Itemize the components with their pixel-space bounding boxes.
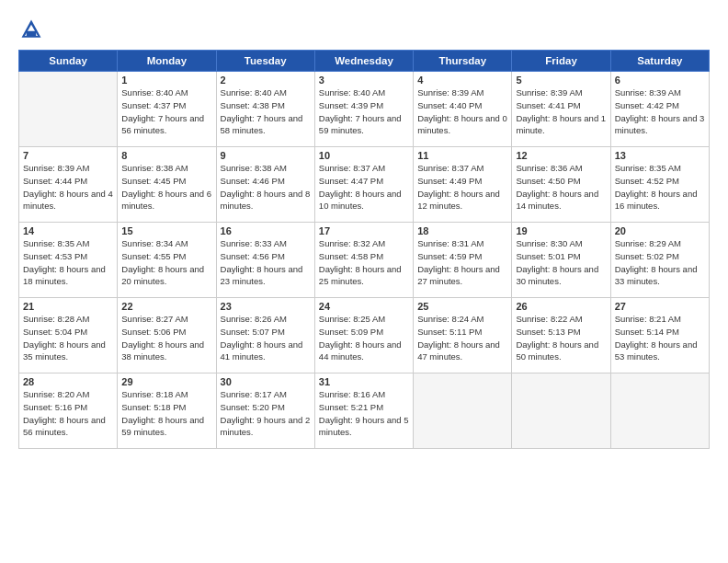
header-cell: Saturday <box>610 51 709 72</box>
header-cell: Sunday <box>19 51 118 72</box>
day-number: 8 <box>121 150 211 161</box>
calendar-cell: 28Sunrise: 8:20 AM Sunset: 5:16 PM Dayli… <box>19 373 118 449</box>
calendar-cell: 5Sunrise: 8:39 AM Sunset: 4:41 PM Daylig… <box>512 72 610 147</box>
day-info: Sunrise: 8:40 AM Sunset: 4:38 PM Dayligh… <box>221 86 311 137</box>
day-number: 13 <box>615 150 705 161</box>
calendar-cell: 27Sunrise: 8:21 AM Sunset: 5:14 PM Dayli… <box>610 298 709 373</box>
header-cell: Friday <box>512 51 610 72</box>
day-info: Sunrise: 8:35 AM Sunset: 4:52 PM Dayligh… <box>615 162 705 213</box>
header-row: SundayMondayTuesdayWednesdayThursdayFrid… <box>19 51 710 72</box>
calendar-cell: 11Sunrise: 8:37 AM Sunset: 4:49 PM Dayli… <box>414 147 512 223</box>
page: SundayMondayTuesdayWednesdayThursdayFrid… <box>0 0 728 563</box>
day-info: Sunrise: 8:31 AM Sunset: 4:59 PM Dayligh… <box>417 237 507 288</box>
day-number: 5 <box>516 75 606 86</box>
day-number: 23 <box>221 301 311 312</box>
day-number: 29 <box>121 376 211 387</box>
calendar-cell: 21Sunrise: 8:28 AM Sunset: 5:04 PM Dayli… <box>19 298 118 373</box>
day-number: 4 <box>417 75 507 86</box>
day-info: Sunrise: 8:40 AM Sunset: 4:37 PM Dayligh… <box>121 86 211 137</box>
day-number: 1 <box>121 75 211 86</box>
day-number: 31 <box>319 376 409 387</box>
day-number: 27 <box>615 301 705 312</box>
day-info: Sunrise: 8:17 AM Sunset: 5:20 PM Dayligh… <box>221 388 311 439</box>
calendar-cell: 31Sunrise: 8:16 AM Sunset: 5:21 PM Dayli… <box>314 373 413 449</box>
calendar-week-row: 28Sunrise: 8:20 AM Sunset: 5:16 PM Dayli… <box>19 373 710 449</box>
calendar-cell: 12Sunrise: 8:36 AM Sunset: 4:50 PM Dayli… <box>512 147 610 223</box>
day-number: 3 <box>319 75 409 86</box>
calendar-cell: 25Sunrise: 8:24 AM Sunset: 5:11 PM Dayli… <box>414 298 512 373</box>
day-info: Sunrise: 8:30 AM Sunset: 5:01 PM Dayligh… <box>516 237 606 288</box>
logo <box>18 17 48 42</box>
day-info: Sunrise: 8:38 AM Sunset: 4:45 PM Dayligh… <box>121 162 211 213</box>
day-info: Sunrise: 8:18 AM Sunset: 5:18 PM Dayligh… <box>121 388 211 439</box>
day-info: Sunrise: 8:25 AM Sunset: 5:09 PM Dayligh… <box>319 313 409 363</box>
day-number: 9 <box>221 150 311 161</box>
header <box>18 17 710 42</box>
day-number: 25 <box>417 301 507 312</box>
calendar-week-row: 7Sunrise: 8:39 AM Sunset: 4:44 PM Daylig… <box>19 147 710 223</box>
day-number: 22 <box>121 301 211 312</box>
calendar-cell: 26Sunrise: 8:22 AM Sunset: 5:13 PM Dayli… <box>512 298 610 373</box>
calendar-cell: 17Sunrise: 8:32 AM Sunset: 4:58 PM Dayli… <box>314 223 413 298</box>
day-info: Sunrise: 8:28 AM Sunset: 5:04 PM Dayligh… <box>23 313 113 363</box>
calendar-cell <box>414 373 512 449</box>
day-info: Sunrise: 8:37 AM Sunset: 4:47 PM Dayligh… <box>319 162 409 213</box>
day-number: 26 <box>516 301 606 312</box>
calendar-cell: 2Sunrise: 8:40 AM Sunset: 4:38 PM Daylig… <box>216 72 314 147</box>
day-number: 18 <box>417 225 507 236</box>
day-info: Sunrise: 8:35 AM Sunset: 4:53 PM Dayligh… <box>23 237 113 288</box>
logo-icon <box>18 17 44 42</box>
calendar-cell: 16Sunrise: 8:33 AM Sunset: 4:56 PM Dayli… <box>216 223 314 298</box>
day-number: 30 <box>221 376 311 387</box>
day-info: Sunrise: 8:27 AM Sunset: 5:06 PM Dayligh… <box>121 313 211 363</box>
day-number: 7 <box>23 150 113 161</box>
day-number: 11 <box>417 150 507 161</box>
calendar-cell <box>610 373 709 449</box>
day-number: 24 <box>319 301 409 312</box>
day-info: Sunrise: 8:32 AM Sunset: 4:58 PM Dayligh… <box>319 237 409 288</box>
day-number: 6 <box>615 75 705 86</box>
calendar-week-row: 14Sunrise: 8:35 AM Sunset: 4:53 PM Dayli… <box>19 223 710 298</box>
calendar-cell: 24Sunrise: 8:25 AM Sunset: 5:09 PM Dayli… <box>314 298 413 373</box>
day-info: Sunrise: 8:37 AM Sunset: 4:49 PM Dayligh… <box>417 162 507 213</box>
day-number: 16 <box>221 225 311 236</box>
calendar-cell <box>512 373 610 449</box>
calendar-cell: 20Sunrise: 8:29 AM Sunset: 5:02 PM Dayli… <box>610 223 709 298</box>
day-number: 2 <box>221 75 311 86</box>
calendar-cell: 1Sunrise: 8:40 AM Sunset: 4:37 PM Daylig… <box>118 72 216 147</box>
day-info: Sunrise: 8:36 AM Sunset: 4:50 PM Dayligh… <box>516 162 606 213</box>
header-cell: Wednesday <box>314 51 413 72</box>
calendar-cell <box>19 72 118 147</box>
calendar-cell: 9Sunrise: 8:38 AM Sunset: 4:46 PM Daylig… <box>216 147 314 223</box>
day-number: 15 <box>121 225 211 236</box>
day-info: Sunrise: 8:39 AM Sunset: 4:41 PM Dayligh… <box>516 86 606 137</box>
day-number: 19 <box>516 225 606 236</box>
header-cell: Thursday <box>414 51 512 72</box>
day-info: Sunrise: 8:24 AM Sunset: 5:11 PM Dayligh… <box>417 313 507 363</box>
day-number: 20 <box>615 225 705 236</box>
calendar-cell: 3Sunrise: 8:40 AM Sunset: 4:39 PM Daylig… <box>314 72 413 147</box>
calendar-cell: 4Sunrise: 8:39 AM Sunset: 4:40 PM Daylig… <box>414 72 512 147</box>
day-info: Sunrise: 8:20 AM Sunset: 5:16 PM Dayligh… <box>23 388 113 439</box>
calendar-week-row: 21Sunrise: 8:28 AM Sunset: 5:04 PM Dayli… <box>19 298 710 373</box>
day-number: 17 <box>319 225 409 236</box>
day-info: Sunrise: 8:39 AM Sunset: 4:44 PM Dayligh… <box>23 162 113 213</box>
calendar-cell: 14Sunrise: 8:35 AM Sunset: 4:53 PM Dayli… <box>19 223 118 298</box>
svg-rect-2 <box>27 31 37 36</box>
calendar-table: SundayMondayTuesdayWednesdayThursdayFrid… <box>18 50 710 449</box>
day-number: 14 <box>23 225 113 236</box>
day-info: Sunrise: 8:40 AM Sunset: 4:39 PM Dayligh… <box>319 86 409 137</box>
day-number: 10 <box>319 150 409 161</box>
calendar-cell: 10Sunrise: 8:37 AM Sunset: 4:47 PM Dayli… <box>314 147 413 223</box>
day-info: Sunrise: 8:16 AM Sunset: 5:21 PM Dayligh… <box>319 388 409 439</box>
calendar-cell: 7Sunrise: 8:39 AM Sunset: 4:44 PM Daylig… <box>19 147 118 223</box>
day-info: Sunrise: 8:34 AM Sunset: 4:55 PM Dayligh… <box>121 237 211 288</box>
calendar-cell: 18Sunrise: 8:31 AM Sunset: 4:59 PM Dayli… <box>414 223 512 298</box>
day-info: Sunrise: 8:33 AM Sunset: 4:56 PM Dayligh… <box>221 237 311 288</box>
calendar-cell: 29Sunrise: 8:18 AM Sunset: 5:18 PM Dayli… <box>118 373 216 449</box>
day-info: Sunrise: 8:21 AM Sunset: 5:14 PM Dayligh… <box>615 313 705 363</box>
header-cell: Monday <box>118 51 216 72</box>
day-info: Sunrise: 8:38 AM Sunset: 4:46 PM Dayligh… <box>221 162 311 213</box>
calendar-cell: 19Sunrise: 8:30 AM Sunset: 5:01 PM Dayli… <box>512 223 610 298</box>
day-number: 28 <box>23 376 113 387</box>
